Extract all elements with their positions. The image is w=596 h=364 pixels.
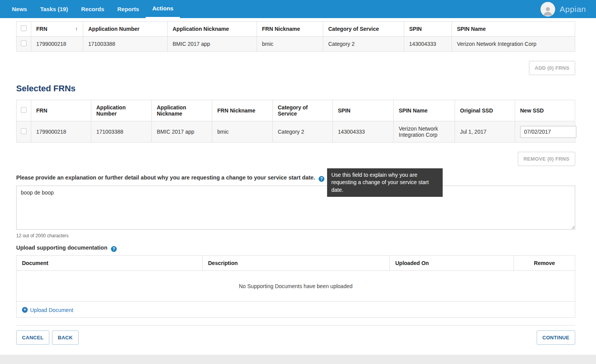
empty-state-row: No Supporting Documents have been upload…: [17, 271, 575, 302]
column-header-application-number[interactable]: Application Number: [91, 100, 152, 121]
person-icon: [542, 5, 554, 17]
cell-spin-name: Verizon Network Integration Corp: [452, 37, 575, 52]
column-header-spin-name[interactable]: SPIN Name: [394, 100, 455, 121]
upload-label-text: Upload supporting documentation: [16, 245, 107, 251]
column-header-application-number[interactable]: Application Number: [83, 22, 168, 37]
upload-documentation-label: Upload supporting documentation ?: [16, 245, 575, 252]
column-header-spin-name[interactable]: SPIN Name: [452, 22, 575, 37]
select-all-checkbox[interactable]: [21, 25, 27, 31]
form-footer: CANCEL BACK CONTINUE: [16, 325, 575, 345]
cell-frn: 1799000218: [31, 37, 83, 52]
user-avatar[interactable]: [541, 2, 555, 17]
explanation-textarea[interactable]: boop de boop: [16, 186, 575, 230]
nav-item-tasks[interactable]: Tasks (19): [34, 0, 74, 18]
cell-category-of-service: Category 2: [273, 121, 333, 143]
column-header-application-nickname[interactable]: Application Nickname: [168, 22, 257, 37]
no-documents-message: No Supporting Documents have been upload…: [17, 271, 575, 302]
help-icon[interactable]: ?: [319, 176, 324, 182]
column-header-category-of-service[interactable]: Category of Service: [273, 100, 333, 121]
upload-document-link[interactable]: + Upload Document: [22, 307, 73, 313]
table-row: 1799000218 171003388 BMIC 2017 app bmic …: [17, 37, 575, 52]
column-header-frn[interactable]: FRN: [31, 100, 91, 121]
selected-frns-table: FRN Application Number Application Nickn…: [16, 100, 575, 143]
cell-original-ssd: Jul 1, 2017: [455, 121, 515, 143]
explanation-label: Please provide an explanation or further…: [16, 174, 575, 182]
top-navigation-bar: News Tasks (19) Records Reports Actions …: [0, 0, 596, 18]
cell-application-number: 171003388: [83, 37, 168, 52]
column-header-original-ssd[interactable]: Original SSD: [455, 100, 515, 121]
frn-search-results-table: FRN ↑ Application Number Application Nic…: [16, 21, 575, 52]
add-frns-button[interactable]: ADD (0) FRNS: [529, 61, 575, 75]
supporting-documents-table: Document Description Uploaded On Remove …: [16, 255, 575, 302]
selected-frns-heading: Selected FRNs: [16, 84, 575, 94]
cell-spin-name: Verizon Network Integration Corp: [394, 121, 455, 143]
row-checkbox[interactable]: [21, 40, 27, 46]
help-tooltip: Use this field to explain why you are re…: [327, 168, 443, 197]
cell-application-number: 171003388: [91, 121, 152, 143]
continue-button[interactable]: CONTINUE: [537, 330, 575, 345]
column-header-document: Document: [17, 256, 203, 271]
nav-item-news[interactable]: News: [5, 0, 34, 18]
table-header-row: FRN Application Number Application Nickn…: [17, 100, 575, 121]
cell-application-nickname: BMIC 2017 app: [168, 37, 257, 52]
cell-frn: 1799000218: [31, 121, 91, 143]
cell-spin: 143004333: [333, 121, 394, 143]
cancel-button[interactable]: CANCEL: [16, 330, 49, 345]
column-header-remove: Remove: [514, 256, 575, 271]
column-header-application-nickname[interactable]: Application Nickname: [152, 100, 212, 121]
column-header-category-of-service[interactable]: Category of Service: [323, 22, 404, 37]
column-header-frn[interactable]: FRN ↑: [31, 22, 83, 37]
table-header-row: FRN ↑ Application Number Application Nic…: [17, 22, 575, 37]
column-header-uploaded-on: Uploaded On: [390, 256, 514, 271]
cell-application-nickname: BMIC 2017 app: [152, 121, 212, 143]
plus-circle-icon: +: [22, 307, 28, 313]
column-header-label: FRN: [36, 26, 47, 32]
cell-frn-nickname: bmic: [257, 37, 323, 52]
row-checkbox[interactable]: [21, 128, 27, 134]
explanation-label-text: Please provide an explanation or further…: [16, 174, 315, 181]
nav-item-actions[interactable]: Actions: [146, 0, 180, 18]
column-header-description: Description: [203, 256, 390, 271]
back-button[interactable]: BACK: [52, 330, 79, 345]
cell-new-ssd: [515, 121, 575, 143]
remove-frns-button[interactable]: REMOVE (0) FRNS: [518, 152, 575, 166]
topbar-right: Appian: [541, 2, 591, 17]
column-header-new-ssd[interactable]: New SSD: [515, 100, 575, 121]
cell-spin: 143004333: [404, 37, 452, 52]
appian-logo: Appian: [560, 5, 586, 14]
column-header-frn-nickname[interactable]: FRN Nickname: [257, 22, 323, 37]
cell-category-of-service: Category 2: [323, 37, 404, 52]
cell-frn-nickname: bmic: [212, 121, 273, 143]
column-header-spin[interactable]: SPIN: [404, 22, 452, 37]
upload-link-row: + Upload Document: [16, 302, 575, 318]
upload-document-link-label: Upload Document: [30, 307, 73, 313]
nav-item-reports[interactable]: Reports: [111, 0, 146, 18]
character-count: 12 out of 2000 characters: [16, 233, 575, 238]
table-row: 1799000218 171003388 BMIC 2017 app bmic …: [17, 121, 575, 143]
nav-item-records[interactable]: Records: [74, 0, 111, 18]
select-all-checkbox[interactable]: [21, 107, 27, 113]
column-header-spin[interactable]: SPIN: [333, 100, 394, 121]
column-header-frn-nickname[interactable]: FRN Nickname: [212, 100, 273, 121]
help-icon[interactable]: ?: [111, 246, 117, 252]
table-header-row: Document Description Uploaded On Remove: [17, 256, 575, 271]
new-ssd-input[interactable]: [520, 126, 576, 138]
sort-ascending-icon: ↑: [75, 26, 78, 32]
main-content: FRN ↑ Application Number Application Nic…: [0, 18, 596, 355]
